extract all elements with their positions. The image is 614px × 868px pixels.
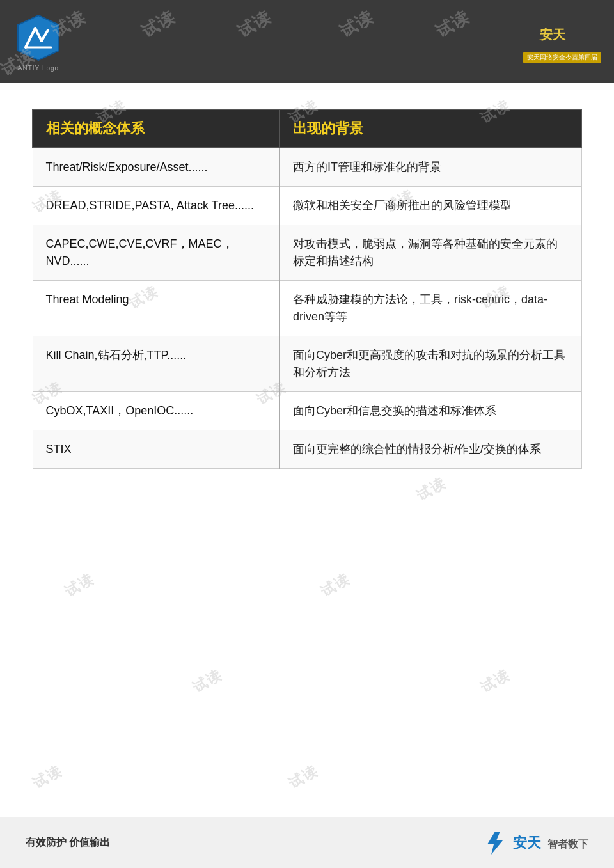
footer-sub: 智者数下 — [547, 839, 588, 849]
table-cell-background: 西方的IT管理和标准化的背景 — [279, 148, 581, 187]
brand-badge: 安天网络安全令营第四届 — [523, 52, 601, 63]
table-cell-background: 微软和相关安全厂商所推出的风险管理模型 — [279, 187, 581, 225]
table-row: Threat/Risk/Exposure/Asset......西方的IT管理和… — [33, 148, 581, 187]
main-content: 相关的概念体系 出现的背景 Threat/Risk/Exposure/Asset… — [0, 83, 614, 817]
table-row: Kill Chain,钻石分析,TTP......面向Cyber和更高强度的攻击… — [33, 336, 581, 392]
table-cell-background: 对攻击模式，脆弱点，漏洞等各种基础的安全元素的标定和描述结构 — [279, 225, 581, 281]
svg-text:安天: 安天 — [539, 28, 566, 42]
table-cell-concept: DREAD,STRIDE,PASTA, Attack Tree...... — [33, 187, 279, 225]
footer: 有效防护 价值输出 安天 智者数下 — [0, 817, 614, 868]
table-cell-concept: Threat Modeling — [33, 281, 279, 336]
col1-header: 相关的概念体系 — [33, 109, 279, 148]
header: ANTIY Logo 安天 安天网络安全令营第四届 — [0, 0, 614, 83]
table-row: DREAD,STRIDE,PASTA, Attack Tree......微软和… — [33, 187, 581, 225]
footer-antiy: 安天 — [513, 835, 541, 851]
table-cell-concept: CAPEC,CWE,CVE,CVRF，MAEC，NVD...... — [33, 225, 279, 281]
footer-logo-icon — [482, 830, 508, 856]
table-row: CAPEC,CWE,CVE,CVRF，MAEC，NVD......对攻击模式，脆… — [33, 225, 581, 281]
concept-table: 相关的概念体系 出现的背景 Threat/Risk/Exposure/Asset… — [32, 109, 582, 469]
table-cell-concept: Threat/Risk/Exposure/Asset...... — [33, 148, 279, 187]
antiy-logo: ANTIY Logo — [13, 12, 64, 72]
svg-marker-0 — [18, 15, 59, 60]
table-cell-concept: CybOX,TAXII，OpenIOC...... — [33, 392, 279, 430]
table-row: STIX面向更完整的综合性的情报分析/作业/交换的体系 — [33, 430, 581, 469]
table-row: Threat Modeling各种威胁建模的方法论，工具，risk-centri… — [33, 281, 581, 336]
logo-icon — [13, 12, 64, 63]
table-cell-background: 面向更完整的综合性的情报分析/作业/交换的体系 — [279, 430, 581, 469]
table-cell-concept: STIX — [33, 430, 279, 469]
col2-header: 出现的背景 — [279, 109, 581, 148]
footer-slogan: 有效防护 价值输出 — [26, 836, 110, 849]
table-cell-background: 面向Cyber和信息交换的描述和标准体系 — [279, 392, 581, 430]
brand-icon: 安天 — [537, 20, 588, 52]
footer-logo: 安天 智者数下 — [482, 830, 588, 856]
table-cell-background: 面向Cyber和更高强度的攻击和对抗的场景的分析工具和分析方法 — [279, 336, 581, 392]
table-row: CybOX,TAXII，OpenIOC......面向Cyber和信息交换的描述… — [33, 392, 581, 430]
antiy-label: ANTIY Logo — [18, 65, 59, 72]
header-brand: 安天 安天网络安全令营第四届 — [523, 20, 601, 63]
table-cell-background: 各种威胁建模的方法论，工具，risk-centric，data-driven等等 — [279, 281, 581, 336]
table-cell-concept: Kill Chain,钻石分析,TTP...... — [33, 336, 279, 392]
svg-marker-6 — [487, 832, 503, 855]
footer-logo-text: 安天 智者数下 — [513, 833, 588, 853]
